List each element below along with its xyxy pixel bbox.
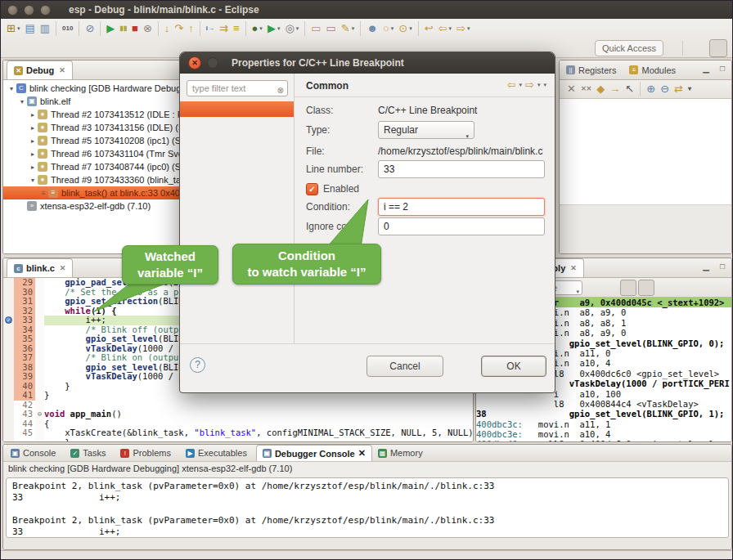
perspective-icon[interactable] bbox=[688, 39, 706, 57]
close-icon[interactable]: ✕ bbox=[358, 448, 366, 459]
toolbar-icon[interactable]: ◎ ▾ bbox=[282, 20, 301, 37]
toolbar-icon[interactable]: ▾ bbox=[100, 21, 101, 36]
ok-button[interactable]: OK bbox=[481, 356, 546, 377]
expander-icon[interactable]: ▾ bbox=[7, 85, 16, 92]
fold-icon[interactable] bbox=[35, 419, 44, 429]
registers-toolbar-icon[interactable]: ⇄ bbox=[672, 81, 686, 97]
toolbar-icon[interactable]: ⊙ ▾ bbox=[396, 20, 414, 37]
toolbar-icon[interactable]: ⇉ ▾ bbox=[217, 20, 231, 37]
console-tab[interactable]: ✓ Tasks bbox=[65, 445, 115, 461]
fold-icon[interactable] bbox=[35, 401, 44, 410]
tab-debug[interactable]: ✕ Debug ✕ bbox=[7, 60, 73, 79]
code-line[interactable]: ✓ } bbox=[3, 438, 473, 442]
toolbar-icon[interactable]: ↑ ▾ bbox=[186, 20, 196, 37]
fold-icon[interactable] bbox=[35, 278, 44, 288]
breakpoint-ruler[interactable]: ✓ bbox=[3, 410, 14, 419]
disassembly-toolbar-icon[interactable] bbox=[674, 280, 690, 296]
breakpoint-ruler[interactable]: ✓ bbox=[3, 334, 14, 344]
dialog-nav-item[interactable] bbox=[180, 132, 294, 148]
tab-modules[interactable]: ≡ Modules bbox=[623, 60, 682, 79]
toolbar-icon[interactable]: ↓ ▾ bbox=[162, 20, 173, 37]
chevron-down-icon[interactable]: ▾ bbox=[467, 25, 470, 32]
toolbar-icon[interactable]: ▾ bbox=[418, 21, 419, 36]
console-tab[interactable]: ▣ Debugger Console ✕ bbox=[256, 445, 372, 461]
debug-tree-item[interactable]: ▸ ● Thread #5 1073410208 (ipc1) (Susp bbox=[3, 134, 188, 147]
enabled-checkbox[interactable]: ✓ bbox=[306, 183, 318, 195]
toolbar-icon[interactable]: ▾ bbox=[245, 21, 246, 36]
toolbar-icon[interactable]: ▾ bbox=[56, 21, 56, 36]
toolbar-icon[interactable]: ▾ bbox=[200, 21, 200, 36]
disassembly-toolbar-icon[interactable] bbox=[692, 280, 708, 296]
dialog-close-button[interactable]: ✕ bbox=[188, 56, 201, 69]
back-icon[interactable]: ⇦ bbox=[507, 78, 516, 91]
fold-icon[interactable] bbox=[35, 353, 44, 363]
breakpoint-ruler[interactable]: ✓ bbox=[3, 288, 14, 298]
toolbar-icon[interactable]: ▾ bbox=[158, 21, 159, 36]
expander-icon[interactable]: ▾ bbox=[28, 177, 38, 184]
console-tab[interactable]: ! Problems bbox=[115, 445, 179, 461]
view-menu-icon[interactable]: ▾ bbox=[543, 82, 546, 88]
dialog-nav-item[interactable] bbox=[180, 101, 294, 117]
breakpoint-ruler[interactable]: ✓ bbox=[3, 307, 14, 316]
type-dropdown[interactable]: Regular ▾ bbox=[378, 121, 474, 139]
breakpoint-ruler[interactable]: ✓ bbox=[3, 297, 14, 307]
condition-input[interactable]: i == 2 bbox=[378, 198, 545, 216]
debug-tree-item[interactable]: ▸ ● Thread #6 1073431104 (Tmr Svc) (S bbox=[3, 147, 188, 160]
expander-icon[interactable]: ▸ bbox=[28, 150, 38, 158]
fold-icon[interactable] bbox=[35, 334, 44, 344]
chevron-down-icon[interactable]: ▾ bbox=[391, 25, 394, 32]
disassembly-line[interactable]: l8 0x400844c4 <vTaskDelay> bbox=[476, 399, 731, 409]
toolbar-icon[interactable]: ▶ ▾ bbox=[104, 20, 117, 37]
debug-tree-item[interactable]: » xtensa-esp32-elf-gdb (7.10) bbox=[3, 199, 188, 213]
breakpoint-ruler[interactable]: ✓ bbox=[3, 316, 14, 325]
fold-icon[interactable] bbox=[35, 288, 44, 298]
fold-icon[interactable] bbox=[35, 307, 44, 316]
chevron-down-icon[interactable]: ▾ bbox=[352, 25, 355, 32]
quick-access-button[interactable]: Quick Access bbox=[595, 40, 663, 56]
fold-icon[interactable]: ⊖ bbox=[35, 410, 44, 419]
fold-icon[interactable] bbox=[35, 391, 44, 401]
disassembly-toolbar-icon[interactable] bbox=[638, 280, 654, 296]
fold-icon[interactable] bbox=[35, 438, 44, 442]
console-output[interactable]: Breakpoint 2, blink_task (pvParameter=0x… bbox=[6, 477, 729, 538]
registers-toolbar-icon[interactable]: ↖ bbox=[623, 81, 636, 97]
console-tab[interactable]: ▣ Console bbox=[5, 445, 65, 461]
breakpoint-ruler[interactable]: ✓ bbox=[3, 325, 14, 335]
disassembly-line[interactable]: 38 gpio_set_level(BLINK_GPIO, 1); bbox=[476, 409, 731, 419]
help-button[interactable]: ? bbox=[190, 357, 205, 373]
maximize-icon[interactable]: □ bbox=[717, 262, 728, 271]
maximize-icon[interactable]: □ bbox=[717, 64, 728, 73]
disassembly-line[interactable]: 400dbc3e: movi.n a10, 4 bbox=[476, 429, 731, 439]
toolbar-icon[interactable]: ≡ ▾ bbox=[231, 20, 242, 37]
toolbar-icon[interactable]: ⊘ ▾ bbox=[83, 20, 97, 37]
registers-toolbar-icon[interactable]: ▾ bbox=[686, 81, 694, 97]
breakpoint-ruler[interactable]: ✓ bbox=[3, 278, 14, 288]
expander-icon[interactable]: ▸ bbox=[28, 164, 38, 171]
toolbar-icon[interactable]: ▭ ▾ bbox=[308, 20, 323, 37]
chevron-down-icon[interactable]: ▾ bbox=[449, 25, 452, 32]
close-icon[interactable]: ✕ bbox=[60, 264, 66, 272]
chevron-down-icon[interactable]: ▾ bbox=[17, 25, 20, 32]
fold-icon[interactable] bbox=[35, 344, 44, 354]
toolbar-icon[interactable]: ▮▮ ▾ bbox=[117, 20, 129, 37]
dialog-nav-item[interactable] bbox=[180, 117, 294, 132]
disassembly-line[interactable]: 400dbc40: call8 0x400dc6c0 <gpio_set_lev… bbox=[476, 439, 731, 441]
code-line[interactable]: ✓ 43 ⊖ void app_main() bbox=[3, 410, 473, 419]
fold-icon[interactable] bbox=[35, 372, 44, 382]
filter-input[interactable]: type filter text ⊗ bbox=[187, 80, 288, 96]
expander-icon[interactable]: ▸ bbox=[28, 111, 38, 119]
toolbar-icon[interactable]: ✎ ▾ bbox=[339, 20, 357, 37]
toolbar-icon[interactable]: ▥ ▾ bbox=[38, 20, 52, 37]
window-button[interactable] bbox=[7, 5, 18, 16]
tab-registers[interactable]: || Registers bbox=[560, 60, 623, 79]
toolbar-icon[interactable]: ▶ ▾ bbox=[265, 20, 283, 37]
debug-tree-item[interactable]: ▸ ● Thread #3 1073413156 (IDLE) (Susp bbox=[3, 121, 188, 134]
breakpoint-ruler[interactable]: ✓ bbox=[3, 382, 14, 392]
registers-content[interactable] bbox=[560, 99, 731, 205]
chevron-down-icon[interactable]: ▾ bbox=[519, 82, 523, 88]
disassembly-toolbar-icon[interactable] bbox=[602, 280, 618, 296]
registers-toolbar-icon[interactable]: → bbox=[607, 81, 623, 97]
toolbar-icon[interactable]: ▤ ▾ bbox=[22, 20, 37, 37]
toolbar-icon[interactable]: i→ ▾ bbox=[204, 20, 217, 37]
fold-icon[interactable] bbox=[35, 428, 44, 438]
